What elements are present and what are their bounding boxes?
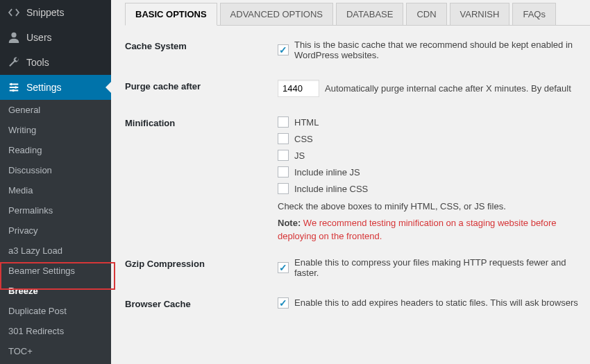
minify-opt: CSS <box>294 134 313 144</box>
cache-system-label: Cache System <box>125 40 278 51</box>
tab-advanced[interactable]: ADVANCED OPTIONS <box>220 3 333 26</box>
sidebar-label: Snippets <box>26 7 64 18</box>
minify-opt: Include inline CSS <box>294 184 368 194</box>
svg-point-2 <box>15 86 17 89</box>
submenu-item-reading[interactable]: Reading <box>0 140 111 160</box>
svg-point-0 <box>11 33 16 37</box>
submenu-item-discussion[interactable]: Discussion <box>0 160 111 180</box>
purge-label: Purge cache after <box>125 80 278 92</box>
sidebar-item-settings[interactable]: Settings <box>0 75 111 100</box>
tab-cdn[interactable]: CDN <box>406 3 446 26</box>
browser-cache-label: Browser Cache <box>125 297 278 309</box>
svg-point-1 <box>10 83 13 86</box>
submenu-item-301[interactable]: 301 Redirects <box>0 321 111 341</box>
minify-desc: Check the above boxes to minify HTML, CS… <box>278 200 590 214</box>
submenu-item-privacy[interactable]: Privacy <box>0 220 111 241</box>
sliders-icon <box>7 80 21 94</box>
user-icon <box>7 31 21 44</box>
submenu-item-toc[interactable]: TOC+ <box>0 341 111 361</box>
browser-cache-checkbox[interactable] <box>278 297 289 309</box>
sidebar-item-users[interactable]: Users <box>0 25 111 50</box>
minify-inlinejs-checkbox[interactable] <box>278 166 289 177</box>
note-text: We recommend testing minification on a s… <box>278 218 557 242</box>
settings-submenu: General Writing Reading Discussion Media… <box>0 100 111 364</box>
submenu-item-permalinks[interactable]: Permalinks <box>0 200 111 220</box>
tab-faqs[interactable]: FAQs <box>512 3 556 26</box>
svg-point-3 <box>12 89 15 92</box>
settings-tabs: BASIC OPTIONS ADVANCED OPTIONS DATABASE … <box>125 3 590 26</box>
submenu-item-media[interactable]: Media <box>0 180 111 200</box>
submenu-item-breeze[interactable]: Breeze <box>0 281 111 301</box>
sidebar-label: Tools <box>26 57 49 68</box>
tab-basic[interactable]: BASIC OPTIONS <box>125 3 217 26</box>
tab-database[interactable]: DATABASE <box>336 3 403 26</box>
submenu-item-beamer[interactable]: Beamer Settings <box>0 261 111 281</box>
submenu-item-general[interactable]: General <box>0 100 111 120</box>
wrench-icon <box>7 55 21 69</box>
submenu-item-a3lazy[interactable]: a3 Lazy Load <box>0 241 111 261</box>
minify-css-checkbox[interactable] <box>278 133 289 144</box>
cache-system-text: This is the basic cache that we recommen… <box>294 40 590 60</box>
main-content: BASIC OPTIONS ADVANCED OPTIONS DATABASE … <box>111 0 590 364</box>
submenu-item-duplicate[interactable]: Duplicate Post <box>0 301 111 321</box>
sidebar-label: Users <box>26 32 52 43</box>
minify-html-checkbox[interactable] <box>278 116 289 128</box>
submenu-item-writing[interactable]: Writing <box>0 120 111 140</box>
gzip-text: Enable this to compress your files makin… <box>294 257 590 278</box>
minification-label: Minification <box>125 116 278 128</box>
minify-inlinecss-checkbox[interactable] <box>278 183 289 194</box>
browser-cache-text: Enable this to add expires headers to st… <box>294 297 578 308</box>
gzip-label: Gzip Compression <box>125 257 278 269</box>
code-icon <box>7 6 21 19</box>
minify-opt: JS <box>294 150 305 161</box>
tab-varnish[interactable]: VARNISH <box>450 3 510 26</box>
minify-opt: Include inline JS <box>294 167 360 177</box>
sidebar-item-tools[interactable]: Tools <box>0 50 111 75</box>
sidebar-item-snippets[interactable]: Snippets <box>0 0 111 25</box>
purge-input[interactable] <box>278 80 319 97</box>
minify-opt: HTML <box>294 117 319 128</box>
purge-text: Automatically purge internal cache after… <box>325 83 571 94</box>
sidebar-label: Settings <box>26 82 62 93</box>
cache-system-checkbox[interactable] <box>278 44 289 55</box>
submenu-item-wpphp[interactable]: WP PHP Console <box>0 361 111 364</box>
admin-sidebar: Snippets Users Tools Settings General Wr… <box>0 0 111 364</box>
gzip-checkbox[interactable] <box>278 262 289 273</box>
note-label: Note: <box>278 218 301 228</box>
minify-js-checkbox[interactable] <box>278 150 289 161</box>
